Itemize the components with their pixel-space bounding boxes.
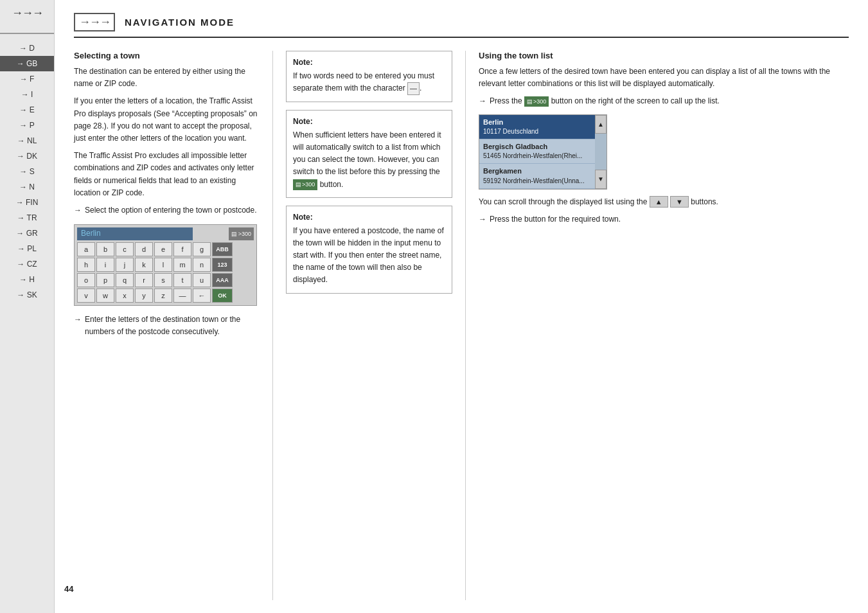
sidebar-item-GR[interactable]: → GR bbox=[0, 226, 54, 241]
left-bullet1: Select the option of entering the town o… bbox=[74, 204, 260, 217]
sidebar-arrows: →→→ bbox=[12, 6, 42, 20]
key-dash[interactable]: — bbox=[173, 289, 191, 303]
right-para1: Once a few letters of the desired town h… bbox=[479, 66, 849, 90]
key-k[interactable]: k bbox=[135, 258, 153, 272]
page-container: →→→ → D → GB → F → I → E → P → NL → DK →… bbox=[0, 0, 868, 613]
keyboard-widget: Berlin ▤ >300 a b c d e bbox=[74, 224, 257, 306]
sidebar-item-SK[interactable]: → SK bbox=[0, 287, 54, 303]
town-list-content: Berlin 10117 Deutschland Bergisch Gladba… bbox=[479, 115, 595, 189]
sidebar-item-P[interactable]: → P bbox=[0, 118, 54, 133]
key-123[interactable]: 123 bbox=[212, 258, 233, 272]
key-backspace[interactable]: ← bbox=[193, 289, 211, 303]
keyboard-list-btn[interactable]: ▤ >300 bbox=[229, 227, 254, 240]
town-list-item-1[interactable]: Bergisch Gladbach 51465 Nordrhein-Westfa… bbox=[479, 139, 595, 164]
key-n[interactable]: n bbox=[193, 258, 211, 272]
column-right: Using the town list Once a few letters o… bbox=[466, 51, 849, 600]
note2-title: Note: bbox=[293, 117, 445, 126]
key-f[interactable]: f bbox=[173, 242, 191, 256]
town-detail-0: 10117 Deutschland bbox=[483, 127, 591, 136]
town-name-0: Berlin bbox=[483, 118, 591, 127]
sidebar-item-H[interactable]: → H bbox=[0, 272, 54, 287]
sidebar-item-DK[interactable]: → DK bbox=[0, 148, 54, 164]
note-box-3: Note: If you have entered a postcode, th… bbox=[286, 206, 452, 294]
key-u[interactable]: u bbox=[193, 273, 211, 287]
nav-up-btn[interactable]: ▲ bbox=[650, 196, 668, 208]
town-list-item-0[interactable]: Berlin 10117 Deutschland bbox=[479, 115, 595, 139]
content-columns: Selecting a town The destination can be … bbox=[74, 51, 849, 600]
nav-down-btn[interactable]: ▼ bbox=[670, 196, 689, 208]
keyboard-input-field[interactable]: Berlin bbox=[77, 227, 193, 240]
list-btn-label: >300 bbox=[238, 231, 251, 237]
key-g[interactable]: g bbox=[193, 242, 211, 256]
left-section-title: Selecting a town bbox=[74, 51, 260, 60]
scroll-down-btn[interactable]: ▼ bbox=[595, 170, 607, 189]
key-p[interactable]: p bbox=[96, 273, 114, 287]
key-q[interactable]: q bbox=[116, 273, 134, 287]
key-r[interactable]: r bbox=[135, 273, 153, 287]
sidebar-item-PL[interactable]: → PL bbox=[0, 241, 54, 256]
key-a[interactable]: a bbox=[77, 242, 95, 256]
sidebar-divider bbox=[0, 33, 54, 34]
page-title: NAVIGATION MODE bbox=[125, 17, 235, 28]
page-header: →→→ NAVIGATION MODE bbox=[74, 13, 849, 38]
key-e[interactable]: e bbox=[154, 242, 172, 256]
left-bullet1-text: Select the option of entering the town o… bbox=[85, 204, 257, 217]
right-para2: You can scroll through the displayed lis… bbox=[479, 196, 849, 208]
key-o[interactable]: o bbox=[77, 273, 95, 287]
key-l[interactable]: l bbox=[154, 258, 172, 272]
key-s[interactable]: s bbox=[154, 273, 172, 287]
sidebar-item-TR[interactable]: → TR bbox=[0, 210, 54, 226]
key-b[interactable]: b bbox=[96, 242, 114, 256]
column-left: Selecting a town The destination can be … bbox=[74, 51, 273, 600]
right-list-btn[interactable]: ▤ >300 bbox=[524, 96, 549, 107]
key-w[interactable]: w bbox=[96, 289, 114, 303]
town-list-scrollbar: Berlin 10117 Deutschland Bergisch Gladba… bbox=[479, 115, 607, 189]
left-para3: The Traffic Assist Pro excludes all impo… bbox=[74, 150, 260, 199]
header-arrows: →→→ bbox=[74, 13, 115, 31]
sidebar-item-E[interactable]: → E bbox=[0, 102, 54, 118]
note1-text: If two words need to be entered you must… bbox=[293, 70, 445, 95]
right-bullet1: Press the ▤ >300 button on the right of … bbox=[479, 95, 849, 107]
key-v[interactable]: v bbox=[77, 289, 95, 303]
key-x[interactable]: x bbox=[116, 289, 134, 303]
town-list-item-2[interactable]: Bergkamen 59192 Nordrhein-Westfalen(Unna… bbox=[479, 164, 595, 188]
key-c[interactable]: c bbox=[116, 242, 134, 256]
keyboard-input-row: Berlin ▤ >300 bbox=[77, 227, 254, 240]
sidebar-item-S[interactable]: → S bbox=[0, 164, 54, 179]
sidebar-item-NL[interactable]: → NL bbox=[0, 133, 54, 148]
key-OK[interactable]: OK bbox=[212, 289, 233, 303]
sidebar-item-GB[interactable]: → GB bbox=[0, 56, 54, 71]
sidebar-item-CZ[interactable]: → CZ bbox=[0, 256, 54, 272]
town-name-2: Bergkamen bbox=[483, 166, 591, 176]
left-para1: The destination can be entered by either… bbox=[74, 66, 260, 90]
key-m[interactable]: m bbox=[173, 258, 191, 272]
main-content: →→→ NAVIGATION MODE Selecting a town The… bbox=[55, 0, 868, 613]
key-AAA[interactable]: AAA bbox=[212, 273, 233, 287]
sidebar-item-D[interactable]: → D bbox=[0, 40, 54, 56]
key-y[interactable]: y bbox=[135, 289, 153, 303]
note1-title: Note: bbox=[293, 58, 445, 67]
key-j[interactable]: j bbox=[116, 258, 134, 272]
note-box-2: Note: When sufficient letters have been … bbox=[286, 110, 452, 198]
town-list-scrollbar-btns: ▲ ▼ bbox=[595, 115, 607, 189]
key-h[interactable]: h bbox=[77, 258, 95, 272]
sidebar-item-I[interactable]: → I bbox=[0, 87, 54, 102]
key-row-4: v w x y z — ← OK bbox=[77, 289, 254, 303]
key-t[interactable]: t bbox=[173, 273, 191, 287]
right-bullet2: Press the button for the required town. bbox=[479, 213, 849, 226]
key-row-3: o p q r s t u AAA bbox=[77, 273, 254, 287]
left-bullet2-text: Enter the letters of the destination tow… bbox=[85, 314, 260, 338]
town-name-1: Bergisch Gladbach bbox=[483, 142, 591, 152]
key-z[interactable]: z bbox=[154, 289, 172, 303]
key-d[interactable]: d bbox=[135, 242, 153, 256]
sidebar-item-F[interactable]: → F bbox=[0, 71, 54, 87]
sidebar-item-N[interactable]: → N bbox=[0, 179, 54, 195]
note3-title: Note: bbox=[293, 213, 445, 222]
sidebar-item-FIN[interactable]: → FIN bbox=[0, 195, 54, 210]
note-box-1: Note: If two words need to be entered yo… bbox=[286, 51, 452, 102]
scroll-up-btn[interactable]: ▲ bbox=[595, 115, 607, 134]
key-i[interactable]: i bbox=[96, 258, 114, 272]
key-row-1: a b c d e f g ABB bbox=[77, 242, 254, 256]
key-ABB[interactable]: ABB bbox=[212, 242, 233, 256]
note2-list-btn[interactable]: ▤ >300 bbox=[293, 179, 317, 190]
